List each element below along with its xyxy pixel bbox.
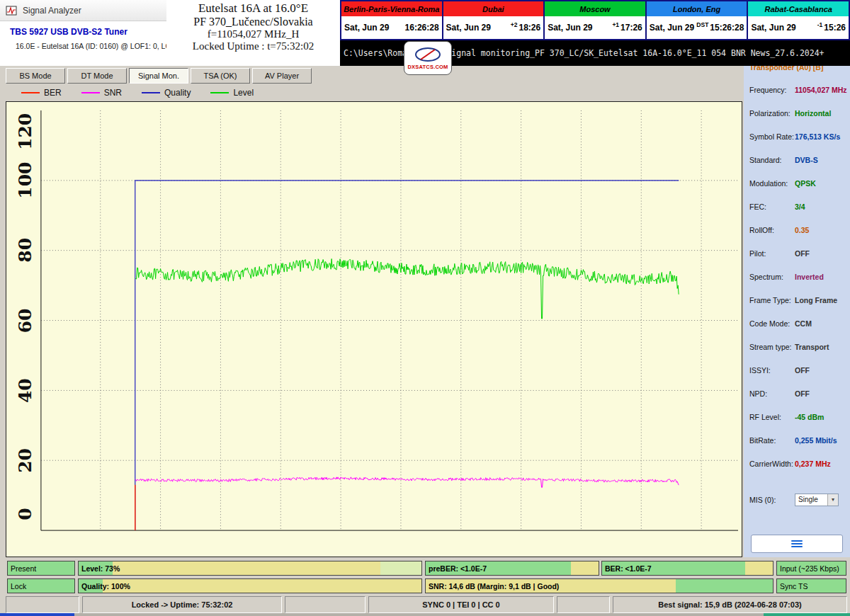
clock-time-value: 15:26:28 — [710, 23, 744, 33]
bar-label: preBER: <1.0E-7 — [429, 564, 487, 573]
legend-label: Level — [233, 88, 254, 98]
panel-row: Polarization:Horizontal — [744, 101, 850, 125]
clock-city-label: Rabat-Casablanca — [748, 1, 849, 16]
signal-chart-svg: 020406080100120 — [6, 102, 742, 557]
svg-text:40: 40 — [15, 378, 35, 403]
panel-row: ISSYI:OFF — [744, 358, 850, 382]
bar-label: Level: 73% — [81, 564, 120, 573]
legend-swatch — [21, 92, 40, 93]
panel-row-label: Modulation: — [749, 179, 795, 188]
panel-row-value: OFF — [795, 366, 810, 375]
bar-label: SNR: 14,6 dB (Margin: 9,1 dB | Good) — [429, 582, 559, 591]
status-row-1: PresentLevel: 73%preBER: <1.0E-7BER: <1.… — [0, 561, 850, 576]
panel-row-value: -45 dBm — [795, 413, 824, 421]
bar-segment — [571, 561, 599, 575]
panel-row: CarrierWidth:0,237 MHz — [744, 452, 850, 475]
svg-text:0: 0 — [15, 508, 35, 520]
panel-footer-button[interactable] — [751, 535, 843, 553]
svg-text:60: 60 — [15, 309, 35, 333]
tab-signal-mon-[interactable]: Signal Mon. — [129, 68, 188, 84]
panel-row: BitRate:0,255 Mbit/s — [744, 428, 850, 452]
clock-offset: DST — [695, 21, 710, 28]
clock-offset: +2 — [509, 21, 519, 28]
panel-row: Spectrum:Inverted — [744, 265, 850, 288]
bar-segment — [380, 561, 421, 575]
status-led: Lock — [7, 578, 75, 593]
panel-row-value: 0.35 — [795, 226, 809, 234]
panel-title: Transponder (A0) [B] — [744, 66, 850, 72]
panel-row: Modulation:QPSK — [744, 171, 850, 195]
clock-time-value: 17:26 — [620, 23, 642, 33]
tab-bs-mode[interactable]: BS Mode — [6, 68, 65, 84]
panel-row-value: Long Frame — [795, 296, 837, 304]
svg-text:20: 20 — [15, 448, 35, 473]
clock-time-value: 16:26:28 — [405, 23, 439, 33]
panel-row: NPD:OFF — [744, 382, 850, 405]
frequency-annotation: f=11054,027 MHz_H — [166, 28, 340, 40]
clock-date: Sat, Jun 29 — [446, 23, 491, 33]
panel-row: Code Mode:CCM — [744, 312, 850, 335]
legend-label: SNR — [104, 88, 122, 98]
legend-label: BER — [44, 88, 62, 98]
legend-level: Level — [210, 88, 254, 98]
tab-av-player[interactable]: AV Player — [252, 68, 312, 84]
clock-date: Sat, Jun 29 — [548, 23, 592, 33]
tab-dt-mode[interactable]: DT Mode — [67, 68, 127, 84]
mis-value: Single — [798, 496, 818, 503]
signal-chart: 020406080100120 — [6, 101, 742, 557]
mode-tabs: BS ModeDT ModeSignal Mon.TSA (OK)AV Play… — [6, 68, 312, 84]
panel-row-label: Pilot: — [749, 249, 795, 258]
panel-row-label: Frequency: — [749, 86, 795, 94]
panel-row-label: NPD: — [749, 389, 795, 398]
panel-row-value: 0,255 Mbit/s — [795, 436, 837, 445]
bar-segment — [103, 579, 421, 593]
legend-swatch — [142, 92, 160, 93]
site-name: PF 370_Lučenec/Slovakia — [166, 16, 340, 28]
clock-time-value: 15:26 — [824, 23, 846, 33]
svg-text:100: 100 — [15, 162, 35, 199]
clock-city-label: London, Eng — [647, 1, 747, 16]
mis-row: MIS (0): Single ▾ — [744, 488, 850, 511]
status-led: Sync TS — [776, 578, 846, 593]
statusbar-cell: Locked -> Uptime: 75:32:02 — [82, 596, 282, 613]
clock-datetime: Sat, Jun 29+117:26 — [545, 16, 645, 39]
panel-row-value: Inverted — [795, 273, 824, 281]
clock-datetime: Sat, Jun 29+218:26 — [443, 16, 544, 39]
clock-city-label: Dubai — [443, 1, 544, 16]
status-led: Input (~235 Kbps) — [776, 561, 846, 576]
panel-row-value: CCM — [795, 319, 812, 328]
panel-row-label: RollOff: — [749, 226, 795, 234]
svg-text:120: 120 — [15, 113, 35, 150]
taskbar-fragment — [0, 613, 74, 616]
clock-3: MoscowSat, Jun 29+117:26 — [545, 1, 645, 39]
clock-offset: -1 — [816, 21, 824, 28]
panel-row-label: Standard: — [749, 156, 795, 164]
panel-row-label: Polarization: — [749, 109, 795, 118]
panel-row-value: 11054,027 MHz — [795, 86, 847, 94]
bar-label: Quality: 100% — [81, 582, 130, 591]
chart-legend: BERSNRQualityLevel — [21, 86, 273, 100]
clock-offset: +1 — [611, 21, 620, 28]
status-led: Present — [7, 561, 75, 576]
bar-segment — [745, 561, 773, 575]
panel-row-label: Code Mode: — [749, 319, 795, 328]
clock-2: DubaiSat, Jun 29+218:26 — [443, 1, 544, 39]
world-clocks: Berlin-Paris-Vienna-RomaSat, Jun 2916:26… — [340, 0, 850, 40]
mis-label: MIS (0): — [749, 496, 795, 504]
panel-row: Pilot:OFF — [744, 241, 850, 265]
status-bar: SNR: 14,6 dB (Margin: 9,1 dB | Good) — [425, 578, 774, 593]
bottom-strip — [0, 613, 850, 616]
clock-4: London, EngSat, Jun 29DST15:26:28 — [647, 1, 747, 39]
panel-row-label: RF Level: — [749, 413, 795, 421]
panel-row-label: Symbol Rate: — [749, 132, 795, 141]
panel-row: Symbol Rate:176,513 KS/s — [744, 125, 850, 148]
statusbar-cell: SYNC 0 | TEI 0 | CC 0 — [368, 596, 554, 613]
status-row-2: LockQuality: 100%SNR: 14,6 dB (Margin: 9… — [0, 578, 850, 593]
legend-snr: SNR — [81, 88, 122, 98]
panel-row-value: QPSK — [795, 179, 816, 188]
clock-1: Berlin-Paris-Vienna-RomaSat, Jun 2916:26… — [341, 1, 442, 39]
mis-select[interactable]: Single ▾ — [795, 494, 839, 506]
bar-segment — [113, 561, 380, 575]
clock-datetime: Sat, Jun 29-115:26 — [748, 16, 849, 39]
tab-tsa-ok-[interactable]: TSA (OK) — [191, 68, 250, 84]
